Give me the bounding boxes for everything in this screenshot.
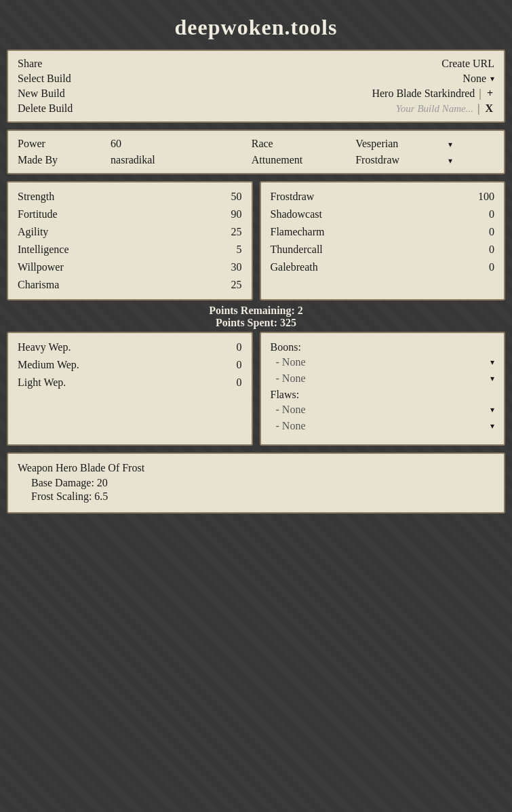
agility-value: 25 [231, 226, 242, 238]
medium-wep-value: 0 [237, 359, 242, 371]
frostdraw-value: 100 [478, 191, 494, 203]
divider-2: | [477, 102, 480, 115]
race-value: Vesperian [351, 138, 441, 150]
weapons-box: Heavy Wep. 0 Medium Wep. 0 Light Wep. 0 [7, 332, 253, 446]
frost-scaling: Frost Scaling: 6.5 [18, 490, 494, 503]
boons-label: Boons: [271, 341, 495, 353]
race-arrow[interactable]: ▾ [448, 140, 494, 150]
power-label: Power [18, 138, 100, 150]
light-wep-value: 0 [237, 376, 242, 389]
character-panel: Power 60 Race Vesperian ▾ Made By nasrad… [7, 130, 505, 174]
select-build-arrow: ▾ [490, 74, 494, 84]
boon-1-arrow[interactable]: ▾ [490, 357, 494, 368]
points-spent: Points Spent: 325 [7, 317, 505, 329]
boon-2-item: - None ▾ [271, 372, 495, 385]
weapon-title: Weapon Hero Blade Of Frost [18, 462, 494, 474]
current-build-name: Hero Blade Starkindred [372, 88, 475, 100]
galebreath-value: 0 [489, 261, 494, 273]
new-build-label: New Build [18, 88, 359, 100]
thundercall-item: Thundercall 0 [271, 244, 495, 256]
flaw-1-item: - None ▾ [271, 404, 495, 416]
base-damage: Base Damage: 20 [18, 477, 494, 489]
points-panel: Points Remaining: 2 Points Spent: 325 [7, 301, 505, 332]
controls-panel: Share Create URL Select Build None ▾ New… [7, 50, 505, 123]
select-build-label: Select Build [18, 73, 359, 85]
share-label: Share [18, 58, 359, 70]
shadowcast-item: Shadowcast 0 [271, 208, 495, 220]
willpower-value: 30 [231, 261, 242, 273]
charisma-value: 25 [231, 279, 242, 291]
thundercall-value: 0 [489, 244, 494, 256]
intelligence-label: Intelligence [18, 244, 69, 256]
create-url-button[interactable]: Create URL [365, 58, 494, 70]
willpower-item: Willpower 30 [18, 261, 242, 273]
charisma-item: Charisma 25 [18, 279, 242, 291]
select-build-dropdown[interactable]: None ▾ [365, 73, 494, 85]
base-attributes-box: Strength 50 Fortitude 90 Agility 25 Inte… [7, 181, 253, 301]
flamecharm-label: Flamecharm [271, 226, 325, 238]
light-wep-item: Light Wep. 0 [18, 376, 242, 389]
light-wep-label: Light Wep. [18, 376, 66, 389]
boon-1-label: - None [276, 356, 306, 368]
boon-2-arrow[interactable]: ▾ [490, 374, 494, 384]
willpower-label: Willpower [18, 261, 64, 273]
flaw-1-label: - None [276, 404, 306, 416]
attunement-arrow[interactable]: ▾ [448, 156, 494, 166]
race-label: Race [252, 138, 344, 150]
galebreath-label: Galebreath [271, 261, 318, 273]
flaw-2-arrow[interactable]: ▾ [490, 421, 494, 431]
points-remaining: Points Remaining: 2 [7, 305, 505, 317]
power-value: 60 [106, 138, 197, 150]
heavy-wep-item: Heavy Wep. 0 [18, 341, 242, 353]
attributes-row: Strength 50 Fortitude 90 Agility 25 Inte… [7, 181, 505, 301]
weapon-info-panel: Weapon Hero Blade Of Frost Base Damage: … [7, 452, 505, 514]
attunement-value: Frostdraw [351, 154, 441, 166]
attunement-attributes-box: Frostdraw 100 Shadowcast 0 Flamecharm 0 … [260, 181, 506, 301]
agility-label: Agility [18, 226, 48, 238]
boons-flaws-box: Boons: - None ▾ - None ▾ Flaws: - None ▾… [260, 332, 506, 446]
intelligence-item: Intelligence 5 [18, 244, 242, 256]
weapons-boons-row: Heavy Wep. 0 Medium Wep. 0 Light Wep. 0 … [7, 332, 505, 446]
strength-value: 50 [231, 191, 242, 203]
fortitude-item: Fortitude 90 [18, 208, 242, 220]
charisma-label: Charisma [18, 279, 59, 291]
delete-build-label: Delete Build [18, 102, 359, 115]
flaw-2-label: - None [276, 420, 306, 432]
fortitude-label: Fortitude [18, 208, 58, 220]
made-by-value: nasradikal [106, 154, 197, 166]
fortitude-value: 90 [231, 208, 242, 220]
intelligence-value: 5 [237, 244, 242, 256]
frostdraw-item: Frostdraw 100 [271, 191, 495, 203]
medium-wep-item: Medium Wep. 0 [18, 359, 242, 371]
heavy-wep-value: 0 [237, 341, 242, 353]
thundercall-label: Thundercall [271, 244, 323, 256]
close-build-button[interactable]: X [484, 102, 494, 115]
app-title: deepwoken.tools [7, 7, 505, 50]
galebreath-item: Galebreath 0 [271, 261, 495, 273]
strength-item: Strength 50 [18, 191, 242, 203]
attunement-label: Attunement [252, 154, 344, 166]
shadowcast-value: 0 [489, 208, 494, 220]
divider-1: | [479, 88, 481, 100]
add-build-button[interactable]: + [486, 88, 494, 100]
flamecharm-item: Flamecharm 0 [271, 226, 495, 238]
medium-wep-label: Medium Wep. [18, 359, 79, 371]
agility-item: Agility 25 [18, 226, 242, 238]
build-name-input[interactable] [365, 103, 473, 115]
flaws-label: Flaws: [271, 389, 495, 401]
frostdraw-label: Frostdraw [271, 191, 315, 203]
flamecharm-value: 0 [489, 226, 494, 238]
boon-1-item: - None ▾ [271, 356, 495, 368]
heavy-wep-label: Heavy Wep. [18, 341, 71, 353]
flaw-2-item: - None ▾ [271, 420, 495, 432]
flaw-1-arrow[interactable]: ▾ [490, 405, 494, 415]
boon-2-label: - None [276, 372, 306, 385]
shadowcast-label: Shadowcast [271, 208, 322, 220]
strength-label: Strength [18, 191, 54, 203]
made-by-label: Made By [18, 154, 100, 166]
